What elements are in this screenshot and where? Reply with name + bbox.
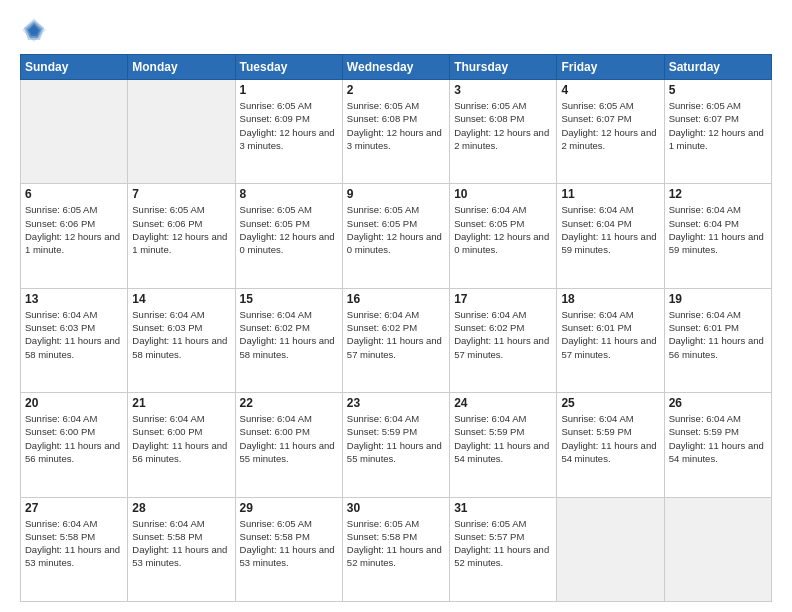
day-number: 21	[132, 396, 230, 410]
day-cell: 9Sunrise: 6:05 AM Sunset: 6:05 PM Daylig…	[342, 184, 449, 288]
day-cell: 7Sunrise: 6:05 AM Sunset: 6:06 PM Daylig…	[128, 184, 235, 288]
weekday-header-tuesday: Tuesday	[235, 55, 342, 80]
day-number: 27	[25, 501, 123, 515]
day-number: 12	[669, 187, 767, 201]
day-cell	[557, 497, 664, 601]
day-cell: 22Sunrise: 6:04 AM Sunset: 6:00 PM Dayli…	[235, 393, 342, 497]
day-cell: 20Sunrise: 6:04 AM Sunset: 6:00 PM Dayli…	[21, 393, 128, 497]
day-info: Sunrise: 6:04 AM Sunset: 6:00 PM Dayligh…	[132, 412, 230, 465]
day-number: 28	[132, 501, 230, 515]
day-number: 13	[25, 292, 123, 306]
day-cell: 28Sunrise: 6:04 AM Sunset: 5:58 PM Dayli…	[128, 497, 235, 601]
day-number: 26	[669, 396, 767, 410]
day-number: 6	[25, 187, 123, 201]
day-cell: 6Sunrise: 6:05 AM Sunset: 6:06 PM Daylig…	[21, 184, 128, 288]
day-info: Sunrise: 6:05 AM Sunset: 6:08 PM Dayligh…	[347, 99, 445, 152]
day-info: Sunrise: 6:04 AM Sunset: 6:03 PM Dayligh…	[25, 308, 123, 361]
day-cell: 3Sunrise: 6:05 AM Sunset: 6:08 PM Daylig…	[450, 80, 557, 184]
week-row-5: 27Sunrise: 6:04 AM Sunset: 5:58 PM Dayli…	[21, 497, 772, 601]
day-number: 9	[347, 187, 445, 201]
weekday-header-sunday: Sunday	[21, 55, 128, 80]
day-info: Sunrise: 6:04 AM Sunset: 6:02 PM Dayligh…	[347, 308, 445, 361]
day-info: Sunrise: 6:05 AM Sunset: 6:06 PM Dayligh…	[25, 203, 123, 256]
day-number: 4	[561, 83, 659, 97]
day-cell: 30Sunrise: 6:05 AM Sunset: 5:58 PM Dayli…	[342, 497, 449, 601]
day-info: Sunrise: 6:04 AM Sunset: 6:03 PM Dayligh…	[132, 308, 230, 361]
day-info: Sunrise: 6:05 AM Sunset: 6:05 PM Dayligh…	[240, 203, 338, 256]
day-number: 14	[132, 292, 230, 306]
day-number: 30	[347, 501, 445, 515]
day-number: 8	[240, 187, 338, 201]
day-number: 16	[347, 292, 445, 306]
day-number: 20	[25, 396, 123, 410]
day-cell: 1Sunrise: 6:05 AM Sunset: 6:09 PM Daylig…	[235, 80, 342, 184]
day-cell: 2Sunrise: 6:05 AM Sunset: 6:08 PM Daylig…	[342, 80, 449, 184]
day-info: Sunrise: 6:05 AM Sunset: 6:08 PM Dayligh…	[454, 99, 552, 152]
day-cell: 31Sunrise: 6:05 AM Sunset: 5:57 PM Dayli…	[450, 497, 557, 601]
day-cell: 8Sunrise: 6:05 AM Sunset: 6:05 PM Daylig…	[235, 184, 342, 288]
day-number: 18	[561, 292, 659, 306]
day-number: 5	[669, 83, 767, 97]
day-info: Sunrise: 6:04 AM Sunset: 6:05 PM Dayligh…	[454, 203, 552, 256]
day-cell: 26Sunrise: 6:04 AM Sunset: 5:59 PM Dayli…	[664, 393, 771, 497]
weekday-header-saturday: Saturday	[664, 55, 771, 80]
day-number: 2	[347, 83, 445, 97]
day-number: 10	[454, 187, 552, 201]
day-cell: 5Sunrise: 6:05 AM Sunset: 6:07 PM Daylig…	[664, 80, 771, 184]
day-cell: 18Sunrise: 6:04 AM Sunset: 6:01 PM Dayli…	[557, 288, 664, 392]
day-info: Sunrise: 6:05 AM Sunset: 6:07 PM Dayligh…	[669, 99, 767, 152]
day-info: Sunrise: 6:04 AM Sunset: 6:02 PM Dayligh…	[240, 308, 338, 361]
day-cell: 15Sunrise: 6:04 AM Sunset: 6:02 PM Dayli…	[235, 288, 342, 392]
day-number: 7	[132, 187, 230, 201]
day-info: Sunrise: 6:04 AM Sunset: 6:01 PM Dayligh…	[561, 308, 659, 361]
day-number: 24	[454, 396, 552, 410]
day-info: Sunrise: 6:04 AM Sunset: 5:59 PM Dayligh…	[669, 412, 767, 465]
calendar-table: SundayMondayTuesdayWednesdayThursdayFrid…	[20, 54, 772, 602]
day-info: Sunrise: 6:04 AM Sunset: 6:04 PM Dayligh…	[669, 203, 767, 256]
day-info: Sunrise: 6:04 AM Sunset: 5:58 PM Dayligh…	[25, 517, 123, 570]
day-cell: 4Sunrise: 6:05 AM Sunset: 6:07 PM Daylig…	[557, 80, 664, 184]
day-cell: 10Sunrise: 6:04 AM Sunset: 6:05 PM Dayli…	[450, 184, 557, 288]
page: SundayMondayTuesdayWednesdayThursdayFrid…	[0, 0, 792, 612]
day-number: 15	[240, 292, 338, 306]
week-row-4: 20Sunrise: 6:04 AM Sunset: 6:00 PM Dayli…	[21, 393, 772, 497]
day-cell: 21Sunrise: 6:04 AM Sunset: 6:00 PM Dayli…	[128, 393, 235, 497]
day-number: 23	[347, 396, 445, 410]
logo	[20, 16, 52, 44]
day-cell	[664, 497, 771, 601]
day-cell: 27Sunrise: 6:04 AM Sunset: 5:58 PM Dayli…	[21, 497, 128, 601]
day-number: 25	[561, 396, 659, 410]
day-info: Sunrise: 6:04 AM Sunset: 6:02 PM Dayligh…	[454, 308, 552, 361]
week-row-1: 1Sunrise: 6:05 AM Sunset: 6:09 PM Daylig…	[21, 80, 772, 184]
day-cell: 14Sunrise: 6:04 AM Sunset: 6:03 PM Dayli…	[128, 288, 235, 392]
day-info: Sunrise: 6:05 AM Sunset: 6:09 PM Dayligh…	[240, 99, 338, 152]
day-number: 31	[454, 501, 552, 515]
day-cell: 11Sunrise: 6:04 AM Sunset: 6:04 PM Dayli…	[557, 184, 664, 288]
day-number: 22	[240, 396, 338, 410]
day-info: Sunrise: 6:04 AM Sunset: 5:59 PM Dayligh…	[454, 412, 552, 465]
day-info: Sunrise: 6:05 AM Sunset: 5:57 PM Dayligh…	[454, 517, 552, 570]
weekday-header-monday: Monday	[128, 55, 235, 80]
day-number: 17	[454, 292, 552, 306]
day-cell: 25Sunrise: 6:04 AM Sunset: 5:59 PM Dayli…	[557, 393, 664, 497]
day-info: Sunrise: 6:04 AM Sunset: 5:59 PM Dayligh…	[347, 412, 445, 465]
day-info: Sunrise: 6:04 AM Sunset: 5:59 PM Dayligh…	[561, 412, 659, 465]
week-row-3: 13Sunrise: 6:04 AM Sunset: 6:03 PM Dayli…	[21, 288, 772, 392]
day-number: 11	[561, 187, 659, 201]
day-number: 1	[240, 83, 338, 97]
day-info: Sunrise: 6:04 AM Sunset: 6:01 PM Dayligh…	[669, 308, 767, 361]
day-cell	[21, 80, 128, 184]
day-cell: 19Sunrise: 6:04 AM Sunset: 6:01 PM Dayli…	[664, 288, 771, 392]
day-info: Sunrise: 6:05 AM Sunset: 5:58 PM Dayligh…	[347, 517, 445, 570]
day-cell: 29Sunrise: 6:05 AM Sunset: 5:58 PM Dayli…	[235, 497, 342, 601]
day-cell: 12Sunrise: 6:04 AM Sunset: 6:04 PM Dayli…	[664, 184, 771, 288]
day-cell: 13Sunrise: 6:04 AM Sunset: 6:03 PM Dayli…	[21, 288, 128, 392]
day-cell: 16Sunrise: 6:04 AM Sunset: 6:02 PM Dayli…	[342, 288, 449, 392]
weekday-header-wednesday: Wednesday	[342, 55, 449, 80]
day-info: Sunrise: 6:05 AM Sunset: 6:05 PM Dayligh…	[347, 203, 445, 256]
day-cell: 17Sunrise: 6:04 AM Sunset: 6:02 PM Dayli…	[450, 288, 557, 392]
week-row-2: 6Sunrise: 6:05 AM Sunset: 6:06 PM Daylig…	[21, 184, 772, 288]
logo-icon	[20, 16, 48, 44]
day-info: Sunrise: 6:04 AM Sunset: 6:04 PM Dayligh…	[561, 203, 659, 256]
day-number: 29	[240, 501, 338, 515]
